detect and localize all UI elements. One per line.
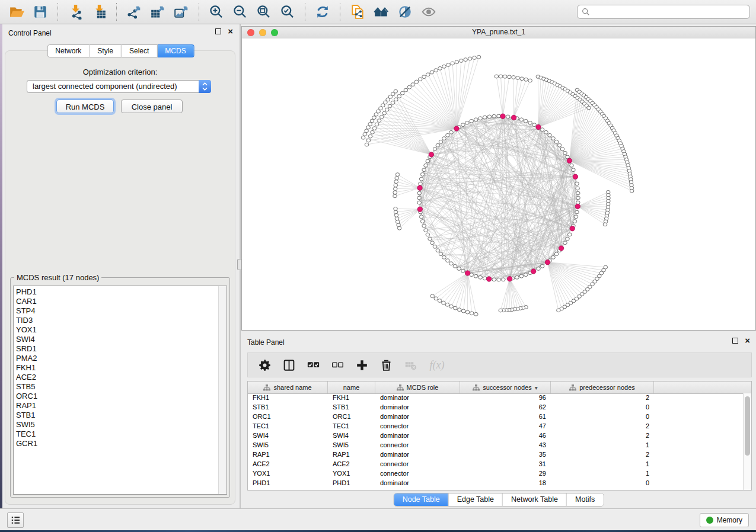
table-row[interactable]: SWI4SWI4dominator462: [248, 431, 744, 441]
delete-columns-button[interactable]: [378, 357, 394, 373]
maximize-window-icon[interactable]: [271, 29, 278, 36]
show-network-overview-button[interactable]: [371, 3, 392, 21]
table-cell[interactable]: connector: [375, 460, 460, 469]
minimize-window-icon[interactable]: [259, 29, 266, 36]
column-header-successor-nodes[interactable]: successor nodes ▾: [460, 382, 551, 393]
import-table-from-file-button[interactable]: [88, 3, 110, 21]
export-image-button[interactable]: [171, 3, 192, 21]
mcds-result-item[interactable]: STP4: [16, 306, 227, 316]
table-cell[interactable]: 2: [551, 450, 654, 460]
mcds-result-item[interactable]: SWI4: [16, 335, 227, 344]
float-panel-icon[interactable]: [732, 338, 738, 344]
mcds-result-item[interactable]: TEC1: [16, 430, 227, 439]
result-list-scrollbar[interactable]: [218, 286, 227, 494]
zoom-in-button[interactable]: [206, 3, 227, 21]
zoom-selected-region-button[interactable]: [277, 3, 298, 21]
table-row[interactable]: PHD1PHD1dominator180: [248, 479, 744, 488]
table-cell[interactable]: 1: [551, 469, 654, 479]
export-table-button[interactable]: [147, 3, 168, 21]
table-cell[interactable]: dominator: [375, 412, 460, 422]
table-cell[interactable]: 43: [460, 441, 551, 450]
table-cell[interactable]: ACE2: [328, 460, 375, 469]
table-row[interactable]: STB1STB1dominator620: [248, 403, 744, 412]
table-cell[interactable]: 35: [460, 450, 551, 460]
mcds-result-item[interactable]: STB1: [16, 411, 227, 420]
export-network-button[interactable]: [123, 3, 145, 21]
zoom-out-button[interactable]: [229, 3, 251, 21]
table-cell[interactable]: 1: [551, 441, 654, 450]
tab-network[interactable]: Network: [47, 44, 90, 57]
table-cell[interactable]: RAP1: [328, 450, 375, 460]
tab-style[interactable]: Style: [90, 44, 122, 57]
tab-select[interactable]: Select: [122, 44, 157, 57]
table-cell[interactable]: YOX1: [328, 469, 375, 479]
create-column-button[interactable]: [354, 357, 369, 373]
function-builder-button[interactable]: f(x): [427, 357, 447, 373]
table-cell[interactable]: 96: [460, 393, 551, 403]
show-graphics-details-button[interactable]: [418, 3, 439, 21]
table-cell[interactable]: FKH1: [248, 393, 328, 403]
hide-graphics-details-button[interactable]: [394, 3, 416, 21]
shared-panel-columns-button[interactable]: [281, 357, 296, 373]
table-cell[interactable]: STB1: [328, 403, 375, 412]
run-mcds-button[interactable]: Run MCDS: [56, 100, 114, 113]
table-row[interactable]: SWI5SWI5connector431: [248, 441, 744, 450]
mcds-result-item[interactable]: RAP1: [16, 401, 227, 411]
delete-table-button[interactable]: [403, 357, 418, 373]
apply-preferred-layout-button[interactable]: [312, 3, 333, 21]
tab-node-table[interactable]: Node Table: [394, 493, 448, 506]
table-cell[interactable]: 18: [460, 479, 551, 488]
table-cell[interactable]: dominator: [375, 479, 460, 488]
table-cell[interactable]: 1: [551, 460, 654, 469]
column-header-predecessor-nodes[interactable]: predecessor nodes: [551, 382, 654, 393]
tab-edge-table[interactable]: Edge Table: [448, 493, 502, 506]
close-panel-button[interactable]: Close panel: [121, 100, 183, 113]
table-row[interactable]: ORC1ORC1dominator610: [248, 412, 744, 422]
close-panel-icon[interactable]: ×: [228, 28, 233, 34]
criterion-select[interactable]: largest connected component (undirected): [27, 80, 211, 93]
table-cell[interactable]: 46: [460, 431, 551, 441]
column-header-name[interactable]: name: [328, 382, 375, 393]
table-row[interactable]: TEC1TEC1connector472: [248, 422, 744, 431]
table-cell[interactable]: TEC1: [328, 422, 375, 431]
table-cell[interactable]: 0: [551, 412, 654, 422]
table-cell[interactable]: SWI5: [328, 441, 375, 450]
mcds-result-item[interactable]: STB5: [16, 382, 227, 392]
table-cell[interactable]: TEC1: [248, 422, 328, 431]
mcds-result-item[interactable]: PHD1: [16, 287, 227, 297]
mcds-result-item[interactable]: CAR1: [16, 297, 227, 306]
table-cell[interactable]: dominator: [375, 431, 460, 441]
table-cell[interactable]: 61: [460, 412, 551, 422]
table-cell[interactable]: 2: [551, 431, 654, 441]
mcds-result-item[interactable]: ORC1: [16, 392, 227, 401]
show-panels-button[interactable]: [7, 512, 24, 528]
save-session-button[interactable]: [30, 3, 51, 21]
network-canvas[interactable]: [242, 39, 755, 330]
float-panel-icon[interactable]: [215, 28, 221, 34]
column-settings-button[interactable]: [257, 357, 272, 373]
zoom-fit-content-button[interactable]: [253, 3, 275, 21]
table-cell[interactable]: SWI4: [248, 431, 328, 441]
table-cell[interactable]: 2: [551, 393, 654, 403]
table-cell[interactable]: 0: [551, 403, 654, 412]
table-cell[interactable]: SWI5: [248, 441, 328, 450]
sort-chevron-icon[interactable]: ▾: [535, 384, 538, 391]
table-cell[interactable]: 62: [460, 403, 551, 412]
tab-mcds[interactable]: MCDS: [157, 44, 194, 57]
tab-network-table[interactable]: Network Table: [502, 493, 566, 506]
network-graph[interactable]: [242, 39, 755, 330]
table-row[interactable]: ACE2ACE2connector311: [248, 460, 744, 469]
table-scrollbar-thumb[interactable]: [745, 396, 750, 456]
table-row[interactable]: YOX1YOX1connector291: [248, 469, 744, 479]
network-window-titlebar[interactable]: YPA_prune.txt_1: [242, 27, 755, 39]
mcds-result-item[interactable]: SRD1: [16, 344, 227, 354]
table-cell[interactable]: 29: [460, 469, 551, 479]
mcds-result-item[interactable]: YOX1: [16, 325, 227, 335]
table-cell[interactable]: ACE2: [248, 460, 328, 469]
table-cell[interactable]: 47: [460, 422, 551, 431]
open-file-button[interactable]: [6, 3, 27, 21]
table-cell[interactable]: dominator: [375, 450, 460, 460]
table-row[interactable]: RAP1RAP1dominator352: [248, 450, 744, 460]
table-cell[interactable]: ORC1: [328, 412, 375, 422]
table-cell[interactable]: STB1: [248, 403, 328, 412]
